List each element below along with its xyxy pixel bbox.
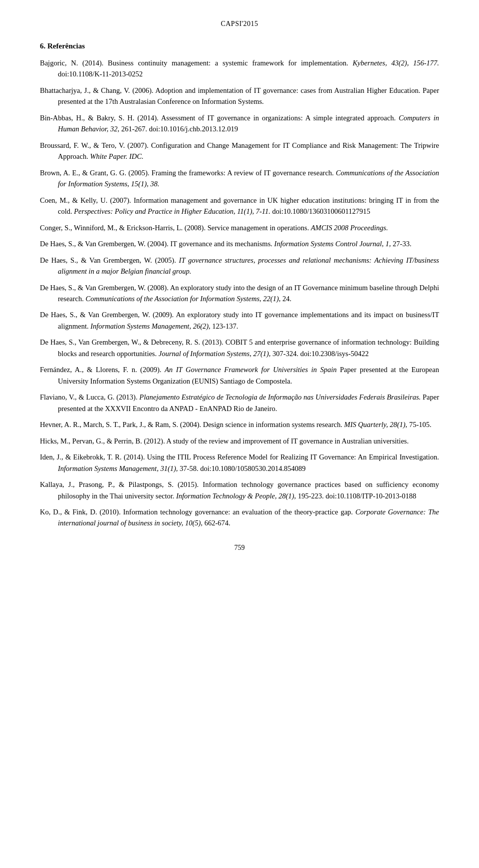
reference-item: De Haes, S., & Van Grembergen, W. (2008)… (40, 282, 439, 305)
reference-item: Bajgoric, N. (2014). Business continuity… (40, 57, 439, 80)
reference-item: De Haes, S., & Van Grembergen, W. (2009)… (40, 309, 439, 332)
page-header: CAPSI'2015 (40, 20, 439, 28)
reference-item: Flaviano, V., & Lucca, G. (2013). Planej… (40, 392, 439, 414)
reference-list: Bajgoric, N. (2014). Business continuity… (40, 57, 439, 529)
section-title: 6. Referências (40, 42, 439, 50)
reference-item: Ko, D., & Fink, D. (2010). Information t… (40, 506, 439, 529)
reference-item: Coen, M., & Kelly, U. (2007). Informatio… (40, 195, 439, 217)
reference-item: Iden, J., & Eikebrokk, T. R. (2014). Usi… (40, 451, 439, 474)
reference-item: Fernández, A., & Llorens, F. n. (2009). … (40, 364, 439, 387)
reference-item: Bin-Abbas, H., & Bakry, S. H. (2014). As… (40, 112, 439, 135)
reference-item: Hevner, A. R., March, S. T., Park, J., &… (40, 419, 439, 430)
page-number: 759 (235, 544, 245, 551)
reference-item: Broussard, F. W., & Tero, V. (2007). Con… (40, 140, 439, 162)
reference-item: De Haes, S., Van Grembergen, W., & Debre… (40, 337, 439, 359)
reference-item: De Haes, S., & Van Grembergen, W. (2004)… (40, 238, 439, 249)
reference-item: Conger, S., Winniford, M., & Erickson-Ha… (40, 222, 439, 233)
page-footer: 759 (40, 544, 439, 552)
reference-item: Bhattacharjya, J., & Chang, V. (2006). A… (40, 85, 439, 107)
page: CAPSI'2015 6. Referências Bajgoric, N. (… (0, 0, 479, 868)
reference-item: Brown, A. E., & Grant, G. G. (2005). Fra… (40, 167, 439, 190)
reference-item: Hicks, M., Pervan, G., & Perrin, B. (201… (40, 435, 439, 446)
reference-item: De Haes, S., & Van Grembergen, W. (2005)… (40, 255, 439, 277)
reference-item: Kallaya, J., Prasong, P., & Pilastpongs,… (40, 479, 439, 501)
conference-title: CAPSI'2015 (221, 20, 258, 27)
